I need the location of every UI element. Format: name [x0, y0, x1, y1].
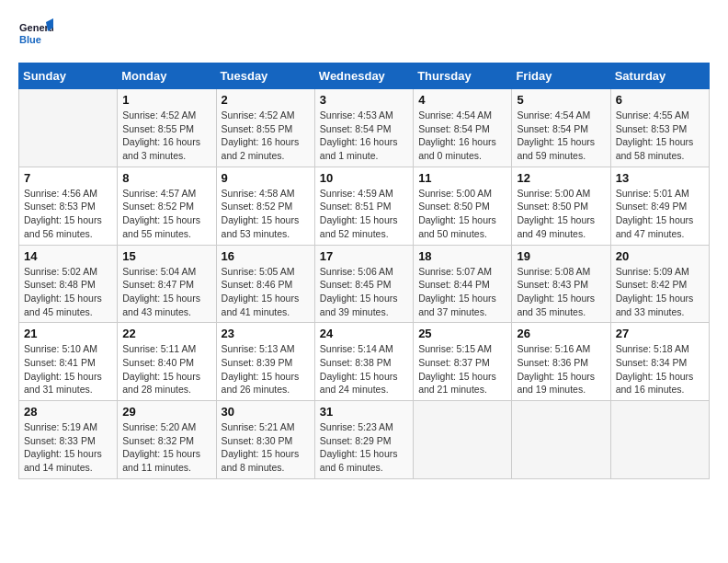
day-info: Sunrise: 5:05 AM Sunset: 8:46 PM Dayligh…	[222, 265, 310, 319]
calendar-cell: 22Sunrise: 5:11 AM Sunset: 8:40 PM Dayli…	[118, 323, 216, 401]
calendar-cell: 9Sunrise: 4:58 AM Sunset: 8:52 PM Daylig…	[216, 167, 314, 245]
day-info: Sunrise: 5:21 AM Sunset: 8:30 PM Dayligh…	[222, 420, 310, 475]
day-info: Sunrise: 4:52 AM Sunset: 8:55 PM Dayligh…	[122, 109, 210, 163]
day-number: 9	[222, 171, 310, 185]
calendar-cell: 12Sunrise: 5:00 AM Sunset: 8:50 PM Dayli…	[512, 167, 610, 245]
weekday-header-wednesday: Wednesday	[314, 63, 413, 89]
day-info: Sunrise: 5:14 AM Sunset: 8:38 PM Dayligh…	[320, 342, 408, 396]
day-number: 16	[222, 249, 310, 263]
day-info: Sunrise: 5:16 AM Sunset: 8:36 PM Dayligh…	[517, 342, 605, 396]
day-number: 22	[122, 327, 210, 340]
day-number: 21	[24, 327, 112, 340]
calendar-cell: 31Sunrise: 5:23 AM Sunset: 8:29 PM Dayli…	[314, 401, 413, 479]
day-info: Sunrise: 4:55 AM Sunset: 8:53 PM Dayligh…	[616, 109, 704, 163]
calendar-cell: 4Sunrise: 4:54 AM Sunset: 8:54 PM Daylig…	[414, 89, 512, 167]
day-info: Sunrise: 4:57 AM Sunset: 8:52 PM Dayligh…	[122, 187, 210, 241]
day-number: 8	[122, 171, 210, 185]
day-number: 5	[517, 93, 605, 107]
calendar-cell: 3Sunrise: 4:53 AM Sunset: 8:54 PM Daylig…	[314, 89, 413, 167]
day-number: 31	[320, 405, 408, 419]
calendar-week-row: 21Sunrise: 5:10 AM Sunset: 8:41 PM Dayli…	[19, 323, 710, 401]
weekday-header-sunday: Sunday	[19, 63, 118, 89]
calendar-cell: 5Sunrise: 4:54 AM Sunset: 8:54 PM Daylig…	[512, 89, 610, 167]
day-info: Sunrise: 4:54 AM Sunset: 8:54 PM Dayligh…	[517, 109, 605, 163]
weekday-header-monday: Monday	[118, 63, 216, 89]
day-number: 29	[122, 405, 210, 419]
weekday-header-tuesday: Tuesday	[216, 63, 314, 89]
day-number: 3	[320, 93, 408, 107]
calendar-cell	[610, 401, 709, 479]
day-info: Sunrise: 5:01 AM Sunset: 8:49 PM Dayligh…	[616, 187, 704, 241]
day-number: 7	[24, 171, 112, 185]
weekday-header-friday: Friday	[512, 63, 610, 89]
day-number: 26	[517, 327, 605, 340]
calendar-cell	[512, 401, 610, 479]
day-info: Sunrise: 5:23 AM Sunset: 8:29 PM Dayligh…	[320, 420, 408, 475]
day-info: Sunrise: 5:02 AM Sunset: 8:48 PM Dayligh…	[24, 265, 112, 319]
calendar-cell: 21Sunrise: 5:10 AM Sunset: 8:41 PM Dayli…	[19, 323, 118, 401]
day-number: 28	[24, 405, 112, 419]
calendar-cell: 26Sunrise: 5:16 AM Sunset: 8:36 PM Dayli…	[512, 323, 610, 401]
calendar-header: SundayMondayTuesdayWednesdayThursdayFrid…	[19, 63, 710, 89]
calendar-cell: 2Sunrise: 4:52 AM Sunset: 8:55 PM Daylig…	[216, 89, 314, 167]
calendar-cell: 10Sunrise: 4:59 AM Sunset: 8:51 PM Dayli…	[314, 167, 413, 245]
day-info: Sunrise: 5:20 AM Sunset: 8:32 PM Dayligh…	[122, 420, 210, 475]
calendar-cell: 7Sunrise: 4:56 AM Sunset: 8:53 PM Daylig…	[19, 167, 118, 245]
day-info: Sunrise: 5:04 AM Sunset: 8:47 PM Dayligh…	[122, 265, 210, 319]
day-info: Sunrise: 5:13 AM Sunset: 8:39 PM Dayligh…	[222, 342, 310, 396]
calendar-week-row: 28Sunrise: 5:19 AM Sunset: 8:33 PM Dayli…	[19, 401, 710, 479]
calendar-cell: 17Sunrise: 5:06 AM Sunset: 8:45 PM Dayli…	[314, 245, 413, 323]
day-number: 4	[418, 93, 506, 107]
day-info: Sunrise: 5:19 AM Sunset: 8:33 PM Dayligh…	[24, 420, 112, 475]
day-info: Sunrise: 5:11 AM Sunset: 8:40 PM Dayligh…	[122, 342, 210, 396]
day-number: 15	[122, 249, 210, 263]
day-info: Sunrise: 5:15 AM Sunset: 8:37 PM Dayligh…	[418, 342, 506, 396]
calendar-week-row: 1Sunrise: 4:52 AM Sunset: 8:55 PM Daylig…	[19, 89, 710, 167]
calendar-cell: 27Sunrise: 5:18 AM Sunset: 8:34 PM Dayli…	[610, 323, 709, 401]
day-info: Sunrise: 5:10 AM Sunset: 8:41 PM Dayligh…	[24, 342, 112, 396]
day-info: Sunrise: 4:59 AM Sunset: 8:51 PM Dayligh…	[320, 187, 408, 241]
calendar-cell: 24Sunrise: 5:14 AM Sunset: 8:38 PM Dayli…	[314, 323, 413, 401]
day-info: Sunrise: 5:18 AM Sunset: 8:34 PM Dayligh…	[616, 342, 704, 396]
weekday-header-row: SundayMondayTuesdayWednesdayThursdayFrid…	[19, 63, 710, 89]
day-number: 13	[616, 171, 704, 185]
day-number: 2	[222, 93, 310, 107]
calendar-body: 1Sunrise: 4:52 AM Sunset: 8:55 PM Daylig…	[19, 89, 710, 479]
calendar-cell: 29Sunrise: 5:20 AM Sunset: 8:32 PM Dayli…	[118, 401, 216, 479]
day-number: 24	[320, 327, 408, 340]
day-number: 1	[122, 93, 210, 107]
day-info: Sunrise: 5:00 AM Sunset: 8:50 PM Dayligh…	[418, 187, 506, 241]
calendar-cell: 11Sunrise: 5:00 AM Sunset: 8:50 PM Dayli…	[414, 167, 512, 245]
day-info: Sunrise: 5:00 AM Sunset: 8:50 PM Dayligh…	[517, 187, 605, 241]
day-number: 27	[616, 327, 704, 340]
calendar-cell: 30Sunrise: 5:21 AM Sunset: 8:30 PM Dayli…	[216, 401, 314, 479]
day-info: Sunrise: 4:52 AM Sunset: 8:55 PM Dayligh…	[222, 109, 310, 163]
day-number: 20	[616, 249, 704, 263]
calendar-cell: 20Sunrise: 5:09 AM Sunset: 8:42 PM Dayli…	[610, 245, 709, 323]
day-number: 30	[222, 405, 310, 419]
day-info: Sunrise: 4:54 AM Sunset: 8:54 PM Dayligh…	[418, 109, 506, 163]
calendar-table: SundayMondayTuesdayWednesdayThursdayFrid…	[18, 63, 710, 479]
calendar-cell: 1Sunrise: 4:52 AM Sunset: 8:55 PM Daylig…	[118, 89, 216, 167]
calendar-cell: 6Sunrise: 4:55 AM Sunset: 8:53 PM Daylig…	[610, 89, 709, 167]
day-number: 6	[616, 93, 704, 107]
logo-svg: General Blue	[18, 18, 53, 53]
calendar-cell: 15Sunrise: 5:04 AM Sunset: 8:47 PM Dayli…	[118, 245, 216, 323]
calendar-cell: 16Sunrise: 5:05 AM Sunset: 8:46 PM Dayli…	[216, 245, 314, 323]
calendar-cell: 28Sunrise: 5:19 AM Sunset: 8:33 PM Dayli…	[19, 401, 118, 479]
day-number: 17	[320, 249, 408, 263]
svg-text:Blue: Blue	[19, 34, 41, 45]
calendar-cell: 19Sunrise: 5:08 AM Sunset: 8:43 PM Dayli…	[512, 245, 610, 323]
calendar-cell	[19, 89, 118, 167]
logo: General Blue	[18, 18, 53, 53]
calendar-cell: 23Sunrise: 5:13 AM Sunset: 8:39 PM Dayli…	[216, 323, 314, 401]
day-info: Sunrise: 5:07 AM Sunset: 8:44 PM Dayligh…	[418, 265, 506, 319]
day-info: Sunrise: 5:06 AM Sunset: 8:45 PM Dayligh…	[320, 265, 408, 319]
day-info: Sunrise: 4:56 AM Sunset: 8:53 PM Dayligh…	[24, 187, 112, 241]
calendar-cell: 8Sunrise: 4:57 AM Sunset: 8:52 PM Daylig…	[118, 167, 216, 245]
day-info: Sunrise: 5:08 AM Sunset: 8:43 PM Dayligh…	[517, 265, 605, 319]
day-info: Sunrise: 4:53 AM Sunset: 8:54 PM Dayligh…	[320, 109, 408, 163]
day-number: 25	[418, 327, 506, 340]
calendar-cell: 18Sunrise: 5:07 AM Sunset: 8:44 PM Dayli…	[414, 245, 512, 323]
day-number: 19	[517, 249, 605, 263]
